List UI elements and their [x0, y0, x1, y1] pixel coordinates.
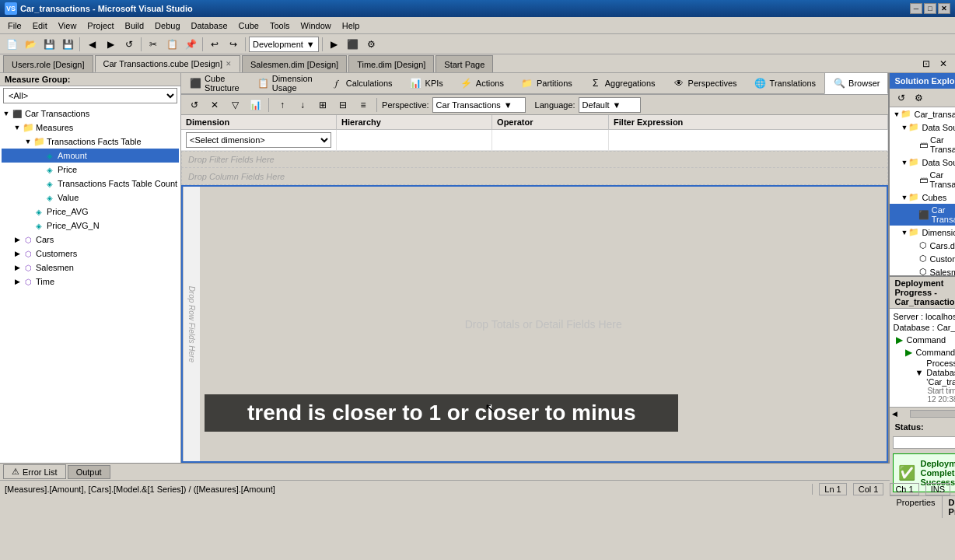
sort-desc-btn[interactable]: ↓: [294, 96, 311, 114]
close-button[interactable]: ✕: [938, 3, 950, 14]
copy-button[interactable]: 📋: [163, 36, 180, 53]
drop-row-zone[interactable]: Drop Row Fields Here: [183, 187, 200, 461]
collapse-btn[interactable]: ⊟: [334, 96, 352, 114]
bottom-tab-error-list[interactable]: ⚠ Error List: [3, 464, 66, 479]
language-dropdown[interactable]: Default ▼: [579, 97, 641, 113]
menu-edit[interactable]: Edit: [28, 19, 52, 32]
dimension-select[interactable]: <Select dimension>: [186, 132, 331, 148]
se-properties-btn[interactable]: ⚙: [910, 89, 927, 107]
se-item-dsv[interactable]: ▼ 📁 Data Source Views: [890, 156, 955, 169]
tab-partitions[interactable]: 📁 Partitions: [512, 72, 581, 94]
filter-btn[interactable]: ▽: [226, 96, 243, 114]
scroll-thumb[interactable]: [911, 411, 955, 417]
clear-btn[interactable]: ✕: [206, 96, 223, 114]
scroll-track[interactable]: [910, 410, 955, 418]
run-button[interactable]: ▶: [326, 36, 343, 53]
forward-button[interactable]: ▶: [102, 36, 119, 53]
tree-measures[interactable]: ▼ 📁 Measures: [2, 121, 179, 135]
dp-command-1[interactable]: ▶ Command: [893, 334, 955, 346]
expand-btn[interactable]: ⊞: [314, 96, 331, 114]
tab-users-role[interactable]: Users.role [Design]: [3, 55, 93, 72]
paste-button[interactable]: 📌: [182, 36, 199, 53]
minimize-button[interactable]: ─: [910, 3, 922, 14]
se-item-root[interactable]: ▼ 📁 Car_transactions: [890, 107, 955, 121]
save-all-button[interactable]: 💾: [59, 36, 76, 53]
tree-facts-count[interactable]: ◈ Transactions Facts Table Count: [2, 177, 179, 191]
float-button[interactable]: ⊡: [918, 55, 935, 72]
tree-car-transactions[interactable]: ▼ ⬛ Car Transactions: [2, 107, 179, 121]
menu-cube[interactable]: Cube: [234, 19, 264, 32]
tree-facts-table[interactable]: ▼ 📁 Transactions Facts Table: [2, 135, 179, 149]
measure-group-dropdown[interactable]: <All>: [3, 88, 177, 103]
tab-start-page[interactable]: Start Page: [436, 55, 493, 72]
se-item-datasources[interactable]: ▼ 📁 Data Sources: [890, 121, 955, 134]
tree-customers[interactable]: ▶ ⬡ Customers: [2, 247, 179, 261]
menu-project[interactable]: Project: [82, 19, 118, 32]
cut-button[interactable]: ✂: [145, 36, 162, 53]
se-item-salesmen-dim[interactable]: ⬡ Salesmen.dim: [890, 265, 955, 275]
menu-database[interactable]: Database: [187, 19, 233, 32]
tab-cube-structure[interactable]: ⬛ Cube Structure: [181, 72, 249, 94]
menu-build[interactable]: Build: [121, 19, 149, 32]
tab-salesmen[interactable]: Salesmen.dim [Design]: [242, 55, 347, 72]
menu-view[interactable]: View: [54, 19, 82, 32]
tree-salesmen[interactable]: ▶ ⬡ Salesmen: [2, 261, 179, 275]
menu-file[interactable]: File: [3, 19, 26, 32]
dp-scrollbar[interactable]: ◀ ▶: [890, 407, 955, 419]
drop-filter-zone[interactable]: Drop Filter Fields Here: [181, 151, 888, 168]
close-doc-button[interactable]: ✕: [935, 55, 952, 72]
se-item-cubes[interactable]: ▼ 📁 Cubes: [890, 191, 955, 204]
menu-debug[interactable]: Debug: [150, 19, 184, 32]
scroll-left-btn[interactable]: ◀: [890, 410, 899, 418]
open-button[interactable]: 📂: [22, 36, 39, 53]
bottom-tab-output[interactable]: Output: [68, 465, 110, 479]
build-config-dropdown[interactable]: Development ▼: [249, 37, 319, 52]
dp-tab-properties[interactable]: Properties: [890, 496, 942, 518]
tab-actions[interactable]: ⚡ Actions: [452, 72, 512, 94]
tab-aggregations[interactable]: Σ Aggregations: [581, 72, 664, 94]
undo-button[interactable]: ↩: [206, 36, 223, 53]
tab-kpis[interactable]: 📊 KPIs: [401, 72, 452, 94]
tree-price[interactable]: ◈ Price: [2, 163, 179, 177]
tab-browser[interactable]: 🔍 Browser: [824, 72, 888, 94]
back-button[interactable]: ◀: [83, 36, 100, 53]
process-button[interactable]: ⚙: [363, 36, 380, 53]
menu-window[interactable]: Window: [296, 19, 336, 32]
tree-amount[interactable]: ◈ Amount: [2, 149, 179, 163]
se-item-dimensions[interactable]: ▼ 📁 Dimensions: [890, 226, 955, 239]
redo-button[interactable]: ↪: [225, 36, 242, 53]
se-refresh-btn[interactable]: ↺: [893, 89, 910, 107]
tree-cars[interactable]: ▶ ⬡ Cars: [2, 233, 179, 247]
se-item-dsv-file[interactable]: 🗃 Car Transactions.dsv: [890, 169, 955, 191]
save-button[interactable]: 💾: [40, 36, 58, 53]
tree-time[interactable]: ▶ ⬡ Time: [2, 275, 179, 289]
tree-value[interactable]: ◈ Value: [2, 191, 179, 205]
flatten-btn[interactable]: ≡: [355, 96, 372, 114]
tab-dimension-usage[interactable]: 📋 Dimension Usage: [249, 72, 322, 94]
tab-close-icon[interactable]: ✕: [226, 60, 232, 68]
maximize-button[interactable]: □: [924, 3, 936, 14]
perspective-dropdown[interactable]: Car Transactions ▼: [432, 97, 526, 113]
excel-btn[interactable]: 📊: [247, 96, 264, 114]
tab-calculations[interactable]: 𝑓 Calculations: [322, 72, 401, 94]
dp-tab-progress[interactable]: Deployment Progress: [943, 496, 955, 518]
se-item-customers-dim[interactable]: ⬡ Customers.dim: [890, 252, 955, 265]
tab-time[interactable]: Time.dim [Design]: [348, 55, 434, 72]
se-item-ds-file[interactable]: 🗃 Car Transactions.ds: [890, 134, 955, 156]
sort-asc-btn[interactable]: ↑: [274, 96, 291, 114]
tree-price-avg[interactable]: ◈ Price_AVG: [2, 205, 179, 219]
refresh-button[interactable]: ↺: [121, 36, 138, 53]
menu-help[interactable]: Help: [338, 19, 365, 32]
new-button[interactable]: 📄: [3, 36, 20, 53]
drop-column-zone[interactable]: Drop Column Fields Here: [181, 168, 888, 185]
se-item-cube-file[interactable]: ⬛ Car Transactions.cube: [890, 204, 955, 226]
window-controls[interactable]: ─ □ ✕: [910, 3, 950, 14]
se-item-cars-dim[interactable]: ⬡ Cars.dim: [890, 239, 955, 252]
tab-car-transactions[interactable]: Car Transactions.cube [Design] ✕: [95, 55, 240, 72]
tab-translations[interactable]: 🌐 Translations: [746, 72, 825, 94]
refresh-btn[interactable]: ↺: [186, 96, 203, 114]
dp-command-2[interactable]: ▶ Command: [893, 346, 955, 359]
dp-processing-row[interactable]: ▼ Processing Database 'Car_transactions: [915, 359, 955, 387]
menu-tools[interactable]: Tools: [265, 19, 295, 32]
stop-button[interactable]: ⬛: [345, 36, 362, 53]
